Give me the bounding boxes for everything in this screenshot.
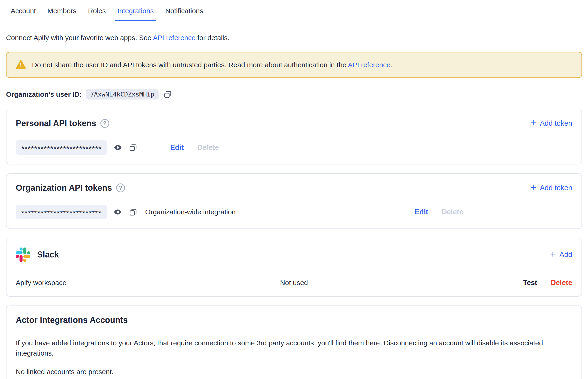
add-org-token-button[interactable]: + Add token [530, 184, 572, 192]
delete-slack-button[interactable]: Delete [551, 279, 572, 287]
edit-org-token-button[interactable]: Edit [415, 208, 428, 216]
tab-notifications[interactable]: Notifications [165, 5, 203, 21]
masked-token: ************************* [21, 211, 102, 216]
personal-token-row: ************************* Edit Delete [16, 140, 572, 155]
settings-tab-bar: Account Members Roles Integrations Notif… [0, 0, 588, 21]
slack-title: Slack [37, 250, 59, 260]
copy-token-icon[interactable] [128, 207, 138, 217]
organization-user-id-row: Organization's user ID: 7AxwNL4kCDZxsMHi… [6, 89, 582, 99]
tab-integrations[interactable]: Integrations [117, 5, 154, 21]
personal-token-value: ************************* [16, 140, 107, 155]
copy-user-id-icon[interactable] [163, 90, 172, 99]
warning-text-before: Do not share the user ID and API tokens … [32, 61, 348, 69]
warning-api-reference-link[interactable]: API reference [348, 61, 390, 69]
test-slack-button[interactable]: Test [523, 279, 537, 287]
plus-icon: + [550, 250, 556, 258]
slack-card: Slack + Add Apify workspace Not used Tes… [6, 238, 582, 297]
add-token-label: Add token [540, 119, 572, 127]
tab-roles[interactable]: Roles [87, 5, 106, 21]
organization-api-tokens-card: Organization API tokens ? + Add token **… [6, 173, 582, 229]
show-token-icon[interactable] [113, 143, 123, 152]
org-tokens-title: Organization API tokens [16, 183, 112, 193]
masked-token: ************************* [21, 147, 102, 151]
add-token-label: Add token [540, 184, 572, 192]
add-slack-button[interactable]: + Add [550, 251, 572, 259]
org-token-row: ************************* Organization-w… [16, 205, 572, 219]
api-reference-link[interactable]: API reference [153, 34, 195, 42]
show-token-icon[interactable] [113, 207, 123, 217]
tab-members[interactable]: Members [47, 5, 77, 21]
warning-banner: Do not share the user ID and API tokens … [6, 52, 582, 78]
actor-integrations-card: Actor Integrations Accounts If you have … [6, 305, 582, 379]
no-linked-accounts-text: No linked accounts are present. [16, 368, 572, 376]
intro-text: Connect Apify with your favorite web app… [6, 34, 582, 42]
slack-logo-icon [16, 248, 30, 262]
org-token-description: Organization-wide integration [145, 208, 236, 216]
plus-icon: + [530, 119, 536, 127]
add-personal-token-button[interactable]: + Add token [530, 119, 572, 127]
warning-text: Do not share the user ID and API tokens … [32, 61, 392, 69]
actor-integrations-description: If you have added integrations to your A… [16, 338, 572, 358]
intro-text-after: for details. [195, 34, 230, 42]
intro-text-before: Connect Apify with your favorite web app… [6, 34, 153, 42]
copy-token-icon[interactable] [128, 143, 138, 152]
delete-org-token-button[interactable]: Delete [442, 208, 463, 216]
warning-icon [16, 59, 26, 71]
tab-account[interactable]: Account [10, 5, 36, 21]
slack-status: Not used [201, 279, 387, 287]
warning-text-after: . [390, 61, 392, 69]
slack-workspace-name: Apify workspace [16, 279, 201, 287]
add-label: Add [559, 251, 572, 259]
edit-personal-token-button[interactable]: Edit [170, 143, 184, 152]
integrations-page: Connect Apify with your favorite web app… [0, 34, 588, 379]
personal-api-tokens-card: Personal API tokens ? + Add token ******… [6, 109, 582, 164]
user-id-value: 7AxwNL4kCDZxsMHip [86, 89, 158, 99]
plus-icon: + [530, 183, 536, 191]
slack-workspace-row: Apify workspace Not used Test Delete [16, 279, 572, 287]
personal-tokens-title: Personal API tokens [16, 119, 96, 128]
actor-integrations-title: Actor Integrations Accounts [16, 315, 572, 325]
personal-tokens-help-icon[interactable]: ? [100, 119, 109, 128]
user-id-label: Organization's user ID: [6, 91, 82, 98]
org-tokens-help-icon[interactable]: ? [116, 183, 125, 192]
delete-personal-token-button[interactable]: Delete [197, 143, 219, 152]
org-token-value: ************************* [16, 205, 107, 219]
